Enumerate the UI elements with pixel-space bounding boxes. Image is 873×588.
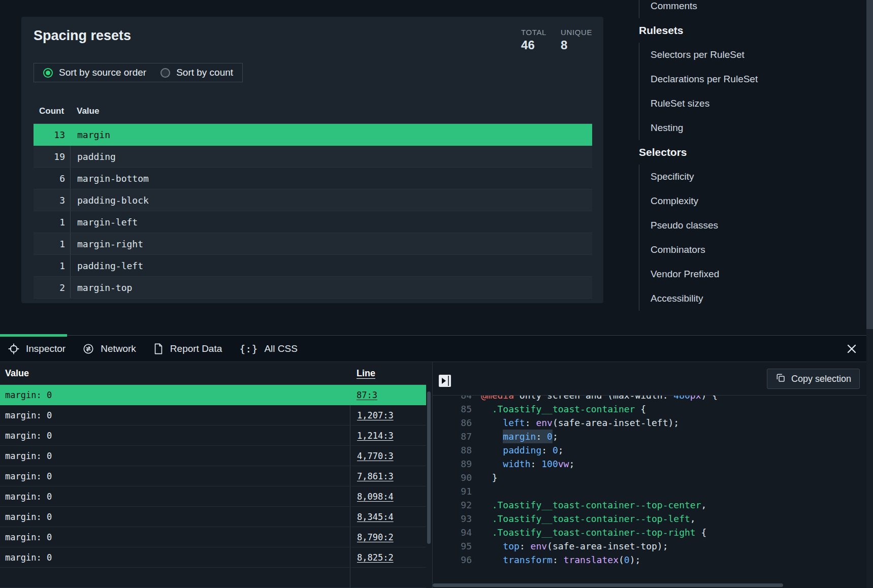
line-link[interactable]: 8,098:4 [357,492,394,502]
sort-option-unselected[interactable]: Sort by count [160,67,233,78]
page-title: Spacing resets [34,28,131,44]
code-line: 95 top: env(safe-area-inset-top); [433,539,866,553]
panel-toggle-icon[interactable] [439,375,451,387]
inspector-row-value: margin: 0 [0,512,350,522]
line-link[interactable]: 8,790:2 [357,532,394,542]
inspector-row[interactable]: margin: 08,098:4 [0,486,426,507]
code-token: px [690,396,701,401]
sort-option-label: Sort by source order [59,67,146,78]
sidebar-item-complexity[interactable]: Complexity [639,189,857,213]
sidebar-item-pseudo-classes[interactable]: Pseudo classes [639,213,857,238]
code-token: .Toastify__toast-container--top-right [492,527,696,538]
line-number: 92 [433,498,472,512]
row-count: 6 [34,173,70,184]
sidebar-item-specificity[interactable]: Specificity [639,165,857,189]
code-token: , [690,513,696,524]
value-column-header: Value [70,106,99,116]
table-row[interactable]: 2margin-top [34,277,592,299]
sidebar-item-declarations-per-ruleset[interactable]: Declarations per RuleSet [639,67,857,91]
tab-label: Network [101,343,136,354]
sidebar-item-nesting[interactable]: Nesting [639,116,857,140]
code-token: margin [503,430,536,443]
sidebar-item-accessibility[interactable]: Accessibility [639,286,857,311]
table-row[interactable]: 1margin-left [34,211,592,233]
inspector-row[interactable] [0,568,426,588]
code-token [481,445,503,455]
code-token: vw [558,459,569,469]
copy-selection-button[interactable]: Copy selection [767,369,860,389]
inspector-table-header: Value Line [0,362,426,385]
sidebar-item-comments[interactable]: Comments [639,0,857,18]
line-link[interactable]: 4,770:3 [357,451,394,461]
sidebar-item-ruleset-sizes[interactable]: RuleSet sizes [639,91,857,116]
stat-unique-value: 8 [561,38,592,52]
all-css-braces-icon: {:} [239,343,257,355]
code-line: 88 padding: 0; [433,443,866,457]
table-row[interactable]: 3padding-block [34,189,592,211]
radio-icon[interactable] [160,68,170,78]
line-link[interactable]: 1,207:3 [357,410,394,420]
table-row[interactable]: 1padding-left [34,255,592,277]
radio-icon[interactable] [43,68,53,78]
code-horizontal-scrollbar[interactable] [433,583,783,587]
inspector-row[interactable]: margin: 01,207:3 [0,405,426,426]
line-link[interactable]: 8,345:4 [357,512,394,522]
tab-label: All CSS [264,343,297,354]
tab-inspector[interactable]: Inspector [8,343,66,354]
code-token: transform [503,554,553,565]
sidebar-item-selectors-per-ruleset[interactable]: Selectors per RuleSet [639,43,857,67]
code-token: : [531,459,542,469]
tab-label: Inspector [26,343,66,354]
line-number: 88 [433,443,472,457]
inspector-row-value: margin: 0 [0,451,350,461]
inspector-pane-scrollbar[interactable] [427,391,431,544]
code-token: .Toastify__toast-container--top-center [492,500,701,510]
sidebar-item-combinators[interactable]: Combinators [639,238,857,262]
table-row[interactable]: 19padding [34,146,592,168]
tab-report-data[interactable]: Report Data [153,343,222,354]
inspector-row[interactable]: margin: 04,770:3 [0,446,426,466]
line-link[interactable]: 1,214:3 [357,431,394,441]
page-scrollbar-thumb[interactable] [866,0,873,329]
line-number: 87 [433,430,472,443]
code-token [481,554,503,565]
inspector-row-value: margin: 0 [0,471,350,481]
line-number: 91 [433,484,472,498]
inspector-row[interactable]: margin: 08,825:2 [0,547,426,568]
code-token [481,404,492,414]
stat-total-label: TOTAL [521,28,546,37]
line-link[interactable]: 87:3 [357,390,377,400]
row-value: margin-bottom [70,168,592,189]
tab-all-css[interactable]: {:}All CSS [239,343,298,355]
app-page: Spacing resets TOTAL 46 UNIQUE 8 Sort by… [0,0,873,588]
code-token: : [520,541,531,551]
stat-unique-label: UNIQUE [561,28,592,37]
code-token: .Toastify__toast-container--top-left [492,513,690,524]
line-link[interactable]: 8,825:2 [357,552,394,563]
table-row[interactable]: 1margin-right [34,233,592,255]
spacing-table-header: Count Value [34,99,592,124]
inspector-row-line: 4,770:3 [350,446,426,466]
inspector-row[interactable]: margin: 08,345:4 [0,507,426,527]
inspector-row-value: margin: 0 [0,532,350,542]
page-scrollbar[interactable] [866,0,873,588]
row-count: 13 [34,129,70,140]
inspector-row[interactable]: margin: 087:3 [0,385,426,405]
sort-option-selected[interactable]: Sort by source order [43,67,146,78]
inspector-row[interactable]: margin: 01,214:3 [0,426,426,446]
code-token: width [503,459,530,469]
table-row[interactable]: 13margin [34,124,592,146]
line-header[interactable]: Line [350,368,426,379]
inspector-row[interactable]: margin: 07,861:3 [0,466,426,486]
table-row[interactable]: 6margin-bottom [34,168,592,189]
code-token: @media [481,396,514,401]
close-icon[interactable] [846,343,858,355]
code-token: only screen and (max-width: [514,396,673,401]
inspector-row-line: 8,345:4 [350,507,426,527]
tab-network[interactable]: Network [83,343,136,354]
code-token: : [553,554,564,565]
code-viewer-pane: Copy selection 84@media only screen and … [433,362,873,588]
sidebar-item-vendor-prefixed[interactable]: Vendor Prefixed [639,262,857,286]
line-link[interactable]: 7,861:3 [357,471,394,481]
inspector-row[interactable]: margin: 08,790:2 [0,527,426,547]
